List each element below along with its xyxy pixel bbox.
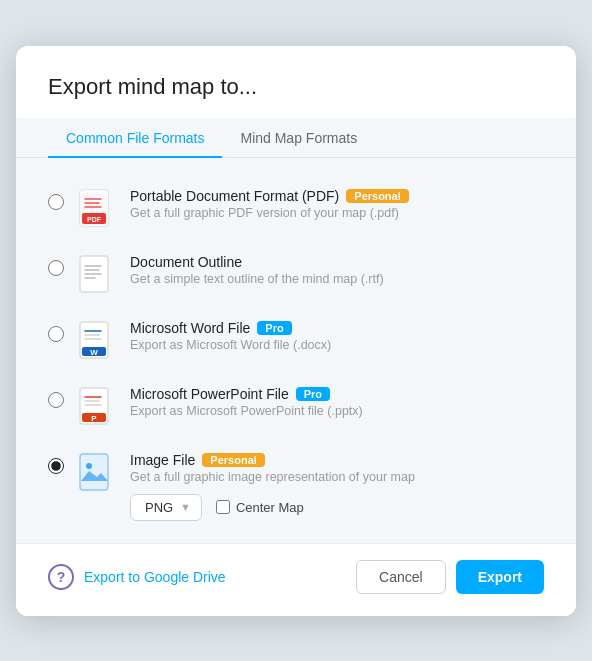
image-desc: Get a full graphic image representation … [130, 470, 544, 484]
image-options: PNG JPG SVG ▼ Center Map [130, 494, 544, 523]
image-format-info: Image File Personal Get a full graphic i… [130, 452, 544, 523]
png-format-selector[interactable]: PNG JPG SVG ▼ [130, 494, 202, 521]
png-select-input[interactable]: PNG JPG SVG [145, 500, 174, 515]
dropdown-arrow-icon: ▼ [180, 501, 191, 513]
word-icon: W [78, 320, 116, 364]
radio-outline[interactable] [48, 260, 64, 280]
pptx-icon: P [78, 386, 116, 430]
center-map-label[interactable]: Center Map [216, 500, 304, 515]
pdf-desc: Get a full graphic PDF version of your m… [130, 206, 544, 220]
svg-rect-11 [80, 454, 108, 490]
dialog-body: PDF Portable Document Format (PDF) Perso… [16, 158, 576, 543]
pdf-icon: PDF [78, 188, 116, 232]
outline-format-info: Document Outline Get a simple text outli… [130, 254, 544, 286]
list-item: Image File Personal Get a full graphic i… [48, 440, 544, 533]
tab-mindmap-formats[interactable]: Mind Map Formats [222, 118, 375, 158]
svg-text:W: W [90, 347, 98, 356]
word-badge: Pro [257, 321, 291, 335]
pptx-desc: Export as Microsoft PowerPoint file (.pp… [130, 404, 544, 418]
list-item: W Microsoft Word File Pro Export as Micr… [48, 308, 544, 374]
image-badge: Personal [202, 453, 264, 467]
pdf-name: Portable Document Format (PDF) [130, 188, 339, 204]
help-button[interactable]: ? [48, 564, 74, 590]
radio-pptx[interactable] [48, 392, 64, 412]
outline-name-row: Document Outline [130, 254, 544, 270]
export-dialog: Export mind map to... Common File Format… [16, 46, 576, 616]
svg-text:PDF: PDF [87, 216, 102, 223]
word-desc: Export as Microsoft Word file (.docx) [130, 338, 544, 352]
dialog-footer: ? Export to Google Drive Cancel Export [16, 543, 576, 616]
tab-common-formats[interactable]: Common File Formats [48, 118, 222, 158]
pdf-format-info: Portable Document Format (PDF) Personal … [130, 188, 544, 220]
footer-right: Cancel Export [356, 560, 544, 594]
word-name-row: Microsoft Word File Pro [130, 320, 544, 336]
footer-left: ? Export to Google Drive [48, 564, 226, 590]
export-to-drive-link[interactable]: Export to Google Drive [84, 569, 226, 585]
export-button[interactable]: Export [456, 560, 544, 594]
image-name: Image File [130, 452, 195, 468]
pptx-name-row: Microsoft PowerPoint File Pro [130, 386, 544, 402]
pptx-name: Microsoft PowerPoint File [130, 386, 289, 402]
center-map-text: Center Map [236, 500, 304, 515]
outline-name: Document Outline [130, 254, 242, 270]
image-icon [78, 452, 116, 496]
pptx-badge: Pro [296, 387, 330, 401]
dialog-title: Export mind map to... [48, 74, 544, 100]
list-item: Document Outline Get a simple text outli… [48, 242, 544, 308]
pptx-format-info: Microsoft PowerPoint File Pro Export as … [130, 386, 544, 418]
outline-icon [78, 254, 116, 298]
radio-image[interactable] [48, 458, 64, 478]
dialog-header: Export mind map to... Common File Format… [16, 46, 576, 158]
svg-point-12 [86, 463, 92, 469]
outline-desc: Get a simple text outline of the mind ma… [130, 272, 544, 286]
image-name-row: Image File Personal [130, 452, 544, 468]
cancel-button[interactable]: Cancel [356, 560, 446, 594]
tabs-bar: Common File Formats Mind Map Formats [16, 118, 576, 158]
pdf-name-row: Portable Document Format (PDF) Personal [130, 188, 544, 204]
radio-word[interactable] [48, 326, 64, 346]
word-format-info: Microsoft Word File Pro Export as Micros… [130, 320, 544, 352]
pdf-badge: Personal [346, 189, 408, 203]
list-item: P Microsoft PowerPoint File Pro Export a… [48, 374, 544, 440]
word-name: Microsoft Word File [130, 320, 250, 336]
format-list: PDF Portable Document Format (PDF) Perso… [48, 176, 544, 533]
svg-text:P: P [91, 413, 97, 422]
center-map-checkbox[interactable] [216, 500, 230, 514]
radio-pdf[interactable] [48, 194, 64, 214]
list-item: PDF Portable Document Format (PDF) Perso… [48, 176, 544, 242]
